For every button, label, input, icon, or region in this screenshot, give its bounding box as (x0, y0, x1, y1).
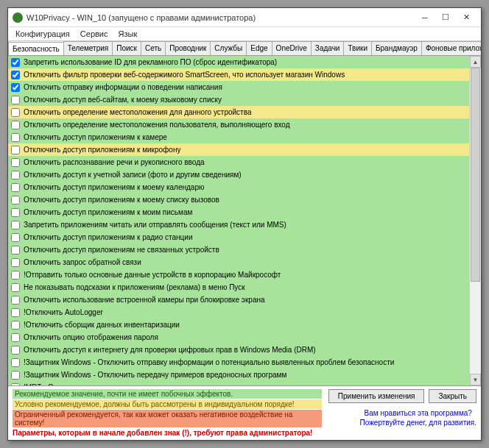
setting-label: Отключить доступ приложениям к радио ста… (24, 233, 192, 241)
setting-checkbox[interactable] (11, 146, 20, 154)
tab-8[interactable]: Задачи (311, 41, 345, 55)
setting-row: Отключить отправку информации о поведени… (8, 81, 469, 93)
tab-7[interactable]: OneDrive (272, 41, 312, 55)
setting-checkbox[interactable] (11, 246, 20, 255)
setting-checkbox[interactable] (11, 108, 20, 117)
menu-service[interactable]: Сервис (79, 29, 110, 39)
setting-row: Отключить доступ приложениям к микрофону (8, 143, 469, 156)
setting-label: Отключить опцию отображения пароля (24, 333, 158, 341)
setting-label: Не показывать подсказки к приложениям (р… (24, 283, 245, 291)
setting-label: !Отключить сборщик данных инвентаризации (24, 321, 180, 329)
menu-lang[interactable]: Язык (117, 29, 139, 39)
setting-row: Запретить использование ID для рекламног… (8, 56, 469, 68)
setting-checkbox[interactable] (11, 371, 20, 380)
scroll-down-button[interactable]: ▼ (470, 374, 481, 385)
setting-label: Отключить доступ приложениям к моему кал… (24, 183, 204, 191)
window-title: W10Privacy - WIN_10 (запущено с правами … (27, 13, 415, 22)
tab-0[interactable]: Безопасность (8, 42, 64, 56)
tab-2[interactable]: Поиск (112, 41, 141, 55)
setting-checkbox[interactable] (11, 308, 20, 317)
setting-checkbox[interactable] (11, 121, 20, 129)
setting-checkbox[interactable] (11, 58, 20, 67)
setting-checkbox[interactable] (11, 346, 20, 355)
minimize-button[interactable]: ─ (415, 11, 435, 24)
setting-row: Не показывать подсказки к приложениям (р… (8, 281, 469, 294)
legend-green: Рекомендуемое значение, почти не имеет п… (13, 389, 322, 399)
setting-row: Отключить доступ веб-сайтам, к моему язы… (8, 93, 469, 106)
setting-label: Отключить доступ приложениям не связанны… (24, 246, 219, 254)
setting-label: !Защитник Windows - Отключить передачу п… (24, 371, 286, 379)
setting-checkbox[interactable] (11, 158, 20, 167)
legend-admin-note: Параметры, которым в начале добавлен зна… (13, 429, 322, 437)
setting-row: Отключить доступ приложениям к радио ста… (8, 231, 469, 243)
app-icon (13, 13, 23, 23)
setting-checkbox[interactable] (11, 183, 20, 192)
donate-text: Вам нравиться эта программа? Пожертвуйте… (360, 408, 476, 427)
menubar: Конфигурация Сервис Язык (8, 27, 481, 41)
legend-yellow: Условно рекомендуемое, должны быть рассм… (13, 399, 322, 409)
setting-checkbox[interactable] (11, 333, 20, 342)
action-panel: Применить изменения Закрыть Вам нравитьс… (322, 389, 476, 437)
tab-10[interactable]: Брандмауэр (371, 41, 422, 55)
footer: Рекомендуемое значение, почти не имеет п… (8, 385, 481, 440)
tab-5[interactable]: Службы (210, 41, 247, 55)
setting-label: Отключить доступ приложениям к моим пись… (24, 208, 192, 216)
setting-row: Отключить доступ приложениям к камере (8, 131, 469, 143)
settings-list: Запретить использование ID для рекламног… (8, 56, 469, 385)
setting-label: Отключить доступ приложениям к моему спи… (24, 196, 219, 204)
setting-label: Отключить доступ веб-сайтам, к моему язы… (24, 96, 222, 104)
scroll-thumb[interactable] (471, 68, 480, 282)
tab-11[interactable]: Фоновые приложения (421, 41, 481, 55)
setting-label: Отключить доступ к учетной записи (фото … (24, 171, 242, 179)
setting-label: Отключить отправку информации о поведени… (24, 83, 222, 91)
setting-checkbox[interactable] (11, 171, 20, 179)
tab-6[interactable]: Edge (246, 41, 272, 55)
setting-row: Отключить распознавание речи и рукописно… (8, 156, 469, 168)
setting-row: !Отключить сборщик данных инвентаризации (8, 319, 469, 331)
tab-4[interactable]: Проводник (165, 41, 211, 55)
content-area: Запретить использование ID для рекламног… (8, 56, 481, 385)
setting-row: Отключить фильтр проверки веб-содержимог… (8, 68, 469, 81)
setting-label: Отключить доступ приложениям к камере (24, 133, 167, 141)
menu-config[interactable]: Конфигурация (14, 29, 71, 39)
close-button[interactable]: ✕ (456, 11, 476, 24)
setting-row: Отключить доступ приложениям к моему спи… (8, 193, 469, 206)
setting-label: Запретить приложениям читать или отправл… (24, 221, 286, 229)
setting-row: Отключить определение местоположения пол… (8, 118, 469, 131)
tab-9[interactable]: Твики (343, 41, 372, 55)
setting-checkbox[interactable] (11, 71, 20, 79)
setting-label: Отключить распознавание речи и рукописно… (24, 158, 205, 166)
setting-row: Отключить запрос обратной связи (8, 256, 469, 269)
setting-checkbox[interactable] (11, 83, 20, 92)
apply-button[interactable]: Применить изменения (328, 389, 425, 403)
setting-row: Отключить доступ приложениям не связанны… (8, 243, 469, 256)
maximize-button[interactable]: ☐ (435, 11, 456, 24)
setting-checkbox[interactable] (11, 96, 20, 104)
setting-checkbox[interactable] (11, 296, 20, 305)
window-controls: ─ ☐ ✕ (415, 11, 476, 24)
scroll-track[interactable] (470, 68, 481, 374)
setting-checkbox[interactable] (11, 271, 20, 280)
scroll-up-button[interactable]: ▲ (470, 56, 481, 68)
setting-label: Отключить использование встроенной камер… (24, 296, 265, 304)
setting-checkbox[interactable] (11, 321, 20, 330)
scrollbar[interactable]: ▲ ▼ (469, 56, 481, 385)
tab-1[interactable]: Телеметрия (63, 41, 113, 55)
setting-checkbox[interactable] (11, 283, 20, 292)
tab-3[interactable]: Сеть (141, 41, 166, 55)
legend-red: Ограниченный рекомендуется, так как може… (13, 410, 322, 427)
setting-checkbox[interactable] (11, 233, 20, 242)
close-panel-button[interactable]: Закрыть (429, 389, 476, 403)
donate-line2: Пожертвуйте денег, для развития. (360, 418, 476, 427)
setting-label: !Отключить AutoLogger (24, 308, 103, 316)
setting-label: Отключить доступ к интернету для проверк… (24, 346, 316, 354)
setting-checkbox[interactable] (11, 221, 20, 230)
setting-label: Отключить запрос обратной связи (24, 258, 141, 266)
setting-checkbox[interactable] (11, 208, 20, 217)
setting-checkbox[interactable] (11, 258, 20, 267)
setting-checkbox[interactable] (11, 196, 20, 205)
setting-checkbox[interactable] (11, 358, 20, 367)
app-window: W10Privacy - WIN_10 (запущено с правами … (7, 7, 482, 441)
setting-checkbox[interactable] (11, 133, 20, 142)
titlebar: W10Privacy - WIN_10 (запущено с правами … (8, 8, 481, 27)
